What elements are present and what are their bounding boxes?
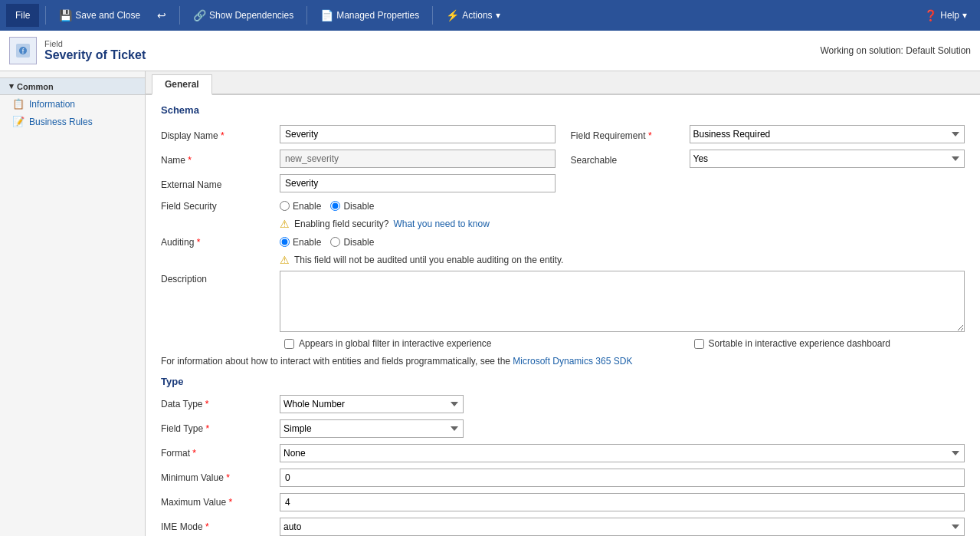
toolbar-right: ❓ Help ▾ (917, 5, 974, 26)
save-close-button[interactable]: 💾 Save and Close (52, 5, 147, 26)
format-row: Format * None Duration Time Zone Languag… (161, 444, 965, 462)
warning-triangle-icon: ⚠ (280, 218, 290, 230)
checkbox-row: Appears in global filter in interactive … (161, 338, 965, 349)
external-name-label: External Name (161, 177, 280, 190)
sidebar-item-information[interactable]: 📋 Information (0, 95, 145, 113)
data-type-label: Data Type * (161, 399, 280, 409)
managed-properties-button[interactable]: 📄 Managed Properties (313, 5, 426, 26)
minimum-value-input[interactable] (280, 469, 965, 487)
field-type-row: Field Type * Simple Calculated Rollup (161, 419, 965, 438)
display-name-col: Display Name * (161, 125, 556, 143)
external-name-col: External Name (161, 174, 556, 192)
data-type-required-star: * (205, 399, 209, 409)
show-dependencies-button[interactable]: 🔗 Show Dependencies (186, 5, 300, 26)
field-requirement-select[interactable]: Business Required Required Optional Reco… (690, 125, 965, 143)
format-field: None Duration Time Zone Language (280, 444, 965, 462)
format-required-star: * (192, 448, 196, 459)
toolbar-separator-2 (179, 6, 180, 25)
auditing-radio-group: Enable Disable (280, 235, 374, 248)
information-icon: 📋 (12, 98, 25, 110)
ime-mode-select[interactable]: auto active inactive disabled (280, 518, 965, 536)
auditing-disable-option[interactable]: Disable (330, 237, 374, 248)
description-textarea[interactable] (280, 271, 965, 332)
sdk-link[interactable]: Microsoft Dynamics 365 SDK (513, 356, 632, 367)
auditing-required-star: * (197, 237, 201, 248)
sidebar-section-label: Common (17, 82, 54, 91)
data-type-row: Data Type * Whole Number Text Option Set (161, 395, 965, 413)
help-button[interactable]: ❓ Help ▾ (917, 5, 974, 26)
maximum-value-field (280, 493, 965, 511)
tab-bar: General (146, 71, 980, 95)
field-type-field: Simple Calculated Rollup (280, 419, 965, 438)
name-label: Name * (161, 153, 280, 166)
appears-in-global-checkbox[interactable] (284, 339, 294, 349)
main-layout: ▾ Common 📋 Information 📝 Business Rules … (0, 71, 980, 536)
type-section-header: Type (161, 376, 965, 387)
sortable-label: Sortable in interactive experience dashb… (709, 338, 890, 349)
sidebar-item-business-rules[interactable]: 📝 Business Rules (0, 113, 145, 130)
auditing-enable-option[interactable]: Enable (280, 237, 321, 248)
back-button[interactable]: ↩ (150, 5, 173, 26)
format-select[interactable]: None Duration Time Zone Language (280, 444, 965, 462)
toolbar-separator-4 (432, 6, 433, 25)
ime-mode-row: IME Mode * auto active inactive disabled (161, 518, 965, 536)
field-type-required-star: * (206, 423, 210, 434)
field-title: Severity of Ticket (44, 48, 146, 62)
actions-icon: ⚡ (446, 9, 459, 21)
searchable-select[interactable]: Yes No (690, 150, 965, 168)
auditing-enable-radio[interactable] (280, 237, 290, 247)
field-security-enable-radio[interactable] (280, 201, 290, 211)
external-name-row: External Name (161, 174, 965, 192)
searchable-col: Searchable Yes No (571, 150, 965, 168)
sortable-checkbox[interactable] (694, 339, 704, 349)
name-input[interactable] (280, 150, 556, 168)
toolbar-separator-1 (45, 6, 46, 25)
save-close-icon: 💾 (59, 9, 72, 21)
external-name-input[interactable] (280, 174, 556, 192)
working-on-label: Working on solution: Default Solution (820, 45, 971, 56)
toolbar-separator-3 (306, 6, 307, 25)
display-name-input[interactable] (280, 125, 556, 143)
auditing-disable-radio[interactable] (330, 237, 340, 247)
appears-in-global-label: Appears in global filter in interactive … (299, 338, 491, 349)
field-security-row: Field Security Enable Disable (161, 199, 965, 212)
content: General Schema Display Name * Field Re (146, 71, 980, 536)
maximum-value-label: Maximum Value * (161, 497, 280, 508)
auditing-disable-label: Disable (343, 237, 374, 248)
appears-in-global-col: Appears in global filter in interactive … (161, 338, 556, 349)
sidebar: ▾ Common 📋 Information 📝 Business Rules (0, 71, 146, 536)
format-label: Format * (161, 448, 280, 459)
field-security-disable-option[interactable]: Disable (330, 201, 374, 212)
form-body: Schema Display Name * Field Requirement … (146, 95, 980, 536)
tab-general[interactable]: General (152, 74, 212, 95)
back-icon: ↩ (157, 9, 166, 21)
schema-section-header: Schema (161, 104, 965, 117)
minimum-value-label: Minimum Value * (161, 472, 280, 483)
field-security-enable-option[interactable]: Enable (280, 201, 321, 212)
name-col: Name * (161, 150, 556, 168)
business-rules-icon: 📝 (12, 116, 25, 127)
auditing-col: Auditing * Enable Disable (161, 235, 965, 248)
managed-properties-label: Managed Properties (336, 10, 419, 21)
sidebar-item-business-rules-label: Business Rules (29, 117, 93, 127)
managed-icon: 📄 (320, 9, 333, 21)
field-security-warning-link[interactable]: What you need to know (393, 219, 489, 229)
ime-mode-label: IME Mode * (161, 521, 280, 532)
name-required-star: * (188, 155, 192, 166)
actions-label: Actions (462, 10, 492, 21)
minimum-value-row: Minimum Value * (161, 469, 965, 487)
field-label: Field (44, 39, 146, 48)
field-requirement-col: Field Requirement * Business Required Re… (571, 125, 965, 143)
field-security-disable-label: Disable (343, 201, 374, 212)
file-button[interactable]: File (6, 4, 39, 27)
data-type-field: Whole Number Text Option Set (280, 395, 965, 413)
maximum-value-input[interactable] (280, 493, 965, 511)
field-type-select[interactable]: Simple Calculated Rollup (280, 419, 464, 438)
actions-button[interactable]: ⚡ Actions ▾ (439, 5, 506, 26)
minimum-value-required-star: * (226, 472, 230, 483)
field-icon: f (9, 37, 37, 64)
field-security-col: Field Security Enable Disable (161, 199, 965, 212)
auditing-row: Auditing * Enable Disable (161, 235, 965, 248)
data-type-select[interactable]: Whole Number Text Option Set (280, 395, 464, 413)
field-security-disable-radio[interactable] (330, 201, 340, 211)
